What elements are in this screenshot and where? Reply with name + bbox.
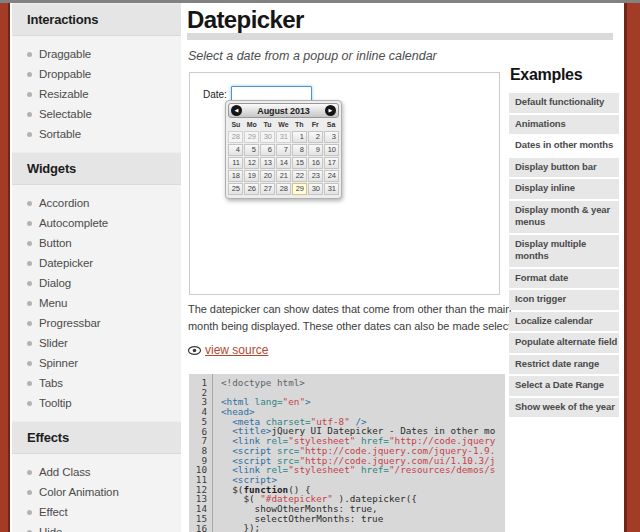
calendar-day[interactable]: 10 (324, 144, 339, 156)
code-token-tag: > (305, 396, 311, 407)
calendar-day[interactable]: 9 (308, 144, 323, 156)
calendar-day[interactable]: 18 (228, 170, 243, 182)
code-token-atn: lang= (255, 396, 283, 407)
view-source-link[interactable]: view source (188, 343, 268, 357)
calendar-day[interactable]: 8 (292, 144, 307, 156)
bullet-icon (27, 241, 32, 246)
description: The datepicker can show dates that come … (188, 301, 535, 334)
day-header-sa: Sa (323, 120, 339, 129)
view-source-label: view source (205, 343, 268, 357)
calendar-day-headers: SuMoTuWeThFrSa (228, 120, 339, 129)
page-title: Datepicker (187, 3, 513, 34)
calendar-day[interactable]: 21 (276, 170, 291, 182)
calendar-day-today[interactable]: 29 (292, 183, 307, 195)
calendar-day[interactable]: 1 (292, 131, 307, 143)
bullet-icon (27, 510, 32, 515)
sidebar-item-label: Slider (39, 337, 68, 349)
example-item-display-month-year-menus[interactable]: Display month & year menus (509, 201, 619, 233)
calendar-day[interactable]: 31 (324, 183, 339, 195)
calendar-day[interactable]: 7 (276, 144, 291, 156)
calendar-day[interactable]: 17 (324, 157, 339, 169)
calendar-day[interactable]: 20 (260, 170, 275, 182)
calendar-day[interactable]: 15 (292, 157, 307, 169)
sidebar-item-datepicker[interactable]: Datepicker (12, 253, 181, 273)
next-month-button[interactable]: ▶ (325, 105, 336, 116)
calendar-day[interactable]: 24 (324, 170, 339, 182)
calendar-day-other-month[interactable]: 29 (244, 131, 259, 143)
sidebar-item-tooltip[interactable]: Tooltip (12, 393, 181, 413)
sidebar-item-label: Resizable (39, 88, 89, 100)
sidebar-item-progressbar[interactable]: Progressbar (12, 313, 181, 333)
example-item-default-functionality[interactable]: Default functionality (509, 93, 619, 113)
calendar-day[interactable]: 30 (308, 183, 323, 195)
calendar-day[interactable]: 23 (308, 170, 323, 182)
sidebar-item-hide[interactable]: Hide (12, 522, 181, 532)
sidebar-item-slider[interactable]: Slider (12, 333, 181, 353)
sidebar-section-widgets: Widgets (12, 152, 181, 185)
sidebar-item-accordion[interactable]: Accordion (12, 193, 181, 213)
sidebar-item-add-class[interactable]: Add Class (12, 462, 181, 482)
sidebar-item-button[interactable]: Button (12, 233, 181, 253)
calendar-day[interactable]: 4 (228, 144, 243, 156)
bullet-icon (27, 72, 32, 77)
sidebar-item-effect[interactable]: Effect (12, 502, 181, 522)
calendar-day[interactable]: 27 (260, 183, 275, 195)
calendar-day[interactable]: 11 (228, 157, 243, 169)
code-lines: <!doctype html><html lang="en"><head> <m… (213, 374, 505, 532)
sidebar-item-autocomplete[interactable]: Autocomplete (12, 213, 181, 233)
datepicker-calendar: ◀ August 2013 ▶ SuMoTuWeThFrSa 282930311… (225, 100, 342, 199)
sidebar-item-resizable[interactable]: Resizable (12, 84, 181, 104)
calendar-day[interactable]: 19 (244, 170, 259, 182)
bullet-icon (27, 132, 32, 137)
example-item-select-a-date-range[interactable]: Select a Date Range (509, 376, 619, 396)
sidebar-item-droppable[interactable]: Droppable (12, 64, 181, 84)
bullet-icon (27, 52, 32, 57)
calendar-day[interactable]: 3 (324, 131, 339, 143)
month-year-title: August 2013 (229, 104, 338, 118)
sidebar-item-label: Menu (39, 297, 67, 309)
sidebar-item-sortable[interactable]: Sortable (12, 124, 181, 144)
calendar-day-other-month[interactable]: 28 (228, 131, 243, 143)
example-item-dates-in-other-months[interactable]: Dates in other months (509, 136, 619, 156)
prev-month-button[interactable]: ◀ (231, 105, 242, 116)
example-item-restrict-date-range[interactable]: Restrict date range (509, 355, 619, 375)
sidebar-item-tabs[interactable]: Tabs (12, 373, 181, 393)
calendar-day[interactable]: 16 (308, 157, 323, 169)
left-sidebar: InteractionsDraggableDroppableResizableS… (12, 3, 181, 532)
example-item-display-inline[interactable]: Display inline (509, 179, 619, 199)
calendar-day[interactable]: 22 (292, 170, 307, 182)
example-item-localize-calendar[interactable]: Localize calendar (509, 312, 619, 332)
bullet-icon (27, 301, 32, 306)
code-token-atv: "stylesheet" (288, 464, 355, 475)
example-item-icon-trigger[interactable]: Icon trigger (509, 290, 619, 310)
calendar-day[interactable]: 2 (308, 131, 323, 143)
calendar-day[interactable]: 6 (260, 144, 275, 156)
calendar-day[interactable]: 28 (276, 183, 291, 195)
demo-frame: Date: ◀ August 2013 ▶ SuMoTuWeThFrSa 282… (189, 72, 500, 295)
example-item-format-date[interactable]: Format date (509, 269, 619, 289)
calendar-day[interactable]: 12 (244, 157, 259, 169)
sidebar-item-draggable[interactable]: Draggable (12, 44, 181, 64)
calendar-day[interactable]: 5 (244, 144, 259, 156)
calendar-day[interactable]: 14 (276, 157, 291, 169)
sidebar-item-selectable[interactable]: Selectable (12, 104, 181, 124)
sidebar-item-label: Effect (39, 506, 68, 518)
calendar-day[interactable]: 26 (244, 183, 259, 195)
examples-title: Examples (509, 66, 619, 84)
example-item-populate-alternate-field[interactable]: Populate alternate field (509, 333, 619, 353)
calendar-day-other-month[interactable]: 31 (276, 131, 291, 143)
sidebar-item-color-animation[interactable]: Color Animation (12, 482, 181, 502)
example-item-display-multiple-months[interactable]: Display multiple months (509, 235, 619, 267)
sidebar-item-dialog[interactable]: Dialog (12, 273, 181, 293)
sidebar-item-menu[interactable]: Menu (12, 293, 181, 313)
example-item-animations[interactable]: Animations (509, 115, 619, 135)
calendar-day-other-month[interactable]: 30 (260, 131, 275, 143)
code-line-15: selectOtherMonths: true (221, 514, 505, 524)
demo-subtitle: Select a date from a popup or inline cal… (188, 49, 437, 63)
bullet-icon (27, 381, 32, 386)
calendar-day[interactable]: 13 (260, 157, 275, 169)
example-item-show-week-of-the-year[interactable]: Show week of the year (509, 398, 619, 418)
calendar-day[interactable]: 25 (228, 183, 243, 195)
sidebar-item-spinner[interactable]: Spinner (12, 353, 181, 373)
example-item-display-button-bar[interactable]: Display button bar (509, 158, 619, 178)
